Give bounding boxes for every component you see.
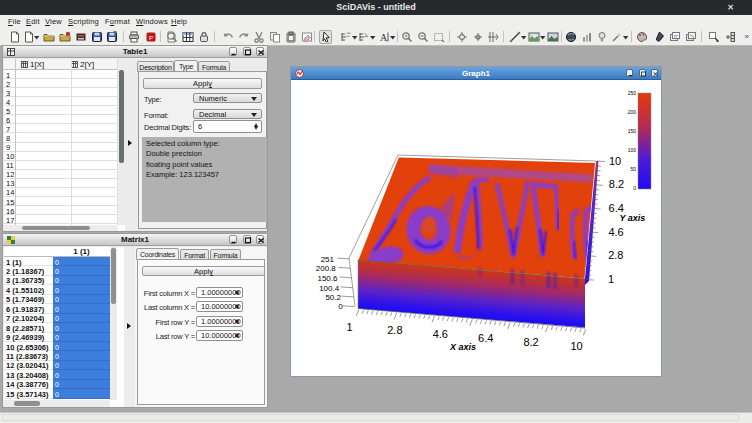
svg-text:0: 0 bbox=[338, 302, 343, 311]
svg-text:1: 1 bbox=[608, 273, 614, 285]
svg-text:4.6: 4.6 bbox=[433, 328, 448, 340]
svg-text:1: 1 bbox=[346, 321, 352, 333]
svg-text:0: 0 bbox=[633, 185, 636, 191]
svg-text:Y axis: Y axis bbox=[620, 213, 646, 223]
svg-text:50: 50 bbox=[630, 166, 636, 172]
svg-text:200.8: 200.8 bbox=[316, 264, 337, 273]
svg-text:A: A bbox=[380, 32, 388, 43]
svg-text:6.4: 6.4 bbox=[478, 332, 493, 344]
svg-text:200: 200 bbox=[628, 109, 637, 115]
svg-text:10: 10 bbox=[609, 155, 621, 167]
svg-text:100.4: 100.4 bbox=[319, 284, 340, 293]
svg-text:150: 150 bbox=[628, 128, 637, 134]
svg-text:8.2: 8.2 bbox=[523, 336, 538, 348]
svg-text:250: 250 bbox=[628, 90, 637, 96]
svg-text:2.8: 2.8 bbox=[608, 249, 623, 261]
svg-text:8.2: 8.2 bbox=[609, 178, 624, 190]
svg-text:P: P bbox=[149, 35, 153, 41]
svg-text:2.8: 2.8 bbox=[387, 324, 402, 336]
svg-text:100: 100 bbox=[628, 147, 637, 153]
svg-text:4.6: 4.6 bbox=[608, 226, 623, 238]
svg-text:50.2: 50.2 bbox=[325, 293, 341, 302]
svg-text:10: 10 bbox=[570, 340, 582, 352]
svg-text:X axis: X axis bbox=[449, 342, 476, 352]
svg-text:150.6: 150.6 bbox=[317, 274, 338, 283]
svg-text:251: 251 bbox=[321, 255, 335, 264]
